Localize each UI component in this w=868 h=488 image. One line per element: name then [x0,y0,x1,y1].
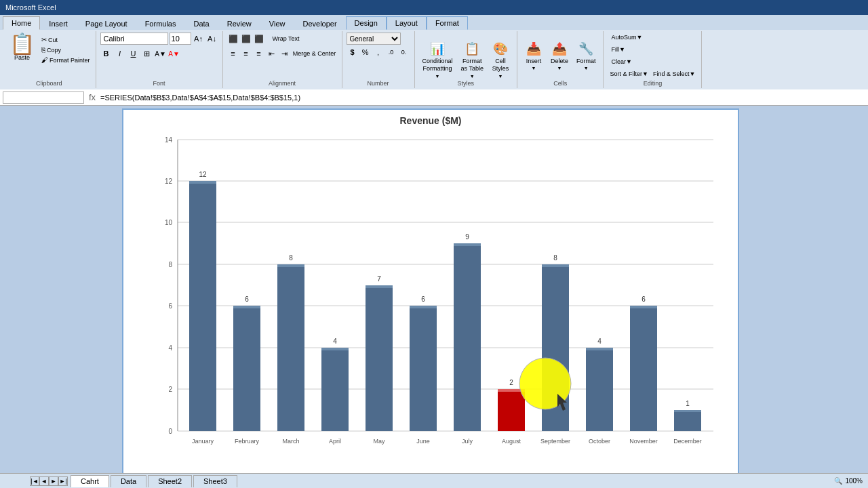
svg-text:July: July [462,438,473,445]
format-button[interactable]: 🔧 Format ▼ [573,38,599,81]
align-right-button[interactable]: ≡ [253,47,265,60]
tab-home[interactable]: Home [3,16,40,30]
sheet-tab-data[interactable]: Data [111,475,146,487]
svg-text:12: 12 [165,178,173,185]
sheet-tab-sheet2[interactable]: Sheet2 [148,475,192,487]
tab-format[interactable]: Format [427,16,468,30]
clear-button[interactable]: Clear▼ [608,57,635,66]
name-box[interactable] [3,92,84,104]
chart-svg: 0 2 4 6 8 10 12 14 12 6 8 [144,126,727,458]
cells-label: Cells [553,80,567,87]
alignment-label: Alignment [269,80,296,87]
increase-decimal-button[interactable]: 0. [398,46,410,58]
align-center-button[interactable]: ≡ [240,47,252,60]
decrease-font-button[interactable]: A↓ [206,33,218,45]
svg-text:8: 8 [168,261,172,268]
tab-layout[interactable]: Layout [387,16,427,30]
tab-view[interactable]: View [260,16,294,30]
format-as-table-label: Formatas Table [461,58,484,73]
italic-button[interactable]: I [114,47,126,60]
bar-november[interactable] [630,306,657,431]
align-bottom-button[interactable]: ⬛ [253,33,265,45]
insert-button[interactable]: 📥 Insert ▼ [521,38,546,81]
autosum-label: AutoSum [611,34,636,41]
decrease-decimal-button[interactable]: .0 [385,46,397,58]
chart-title: Revenue ($M) [123,110,738,126]
bar-march[interactable] [277,264,304,431]
sheet-tab-cahrt[interactable]: Cahrt [71,475,109,487]
format-painter-button[interactable]: 🖌 Format Painter [40,56,92,64]
tab-data[interactable]: Data [184,16,218,30]
font-color-button[interactable]: A▼ [168,47,180,60]
styles-controls: 📊 ConditionalFormatting ▼ 📋 Formatas Tab… [419,33,513,87]
formula-input[interactable] [100,92,865,104]
delete-button[interactable]: 📤 Delete ▼ [547,38,572,81]
font-name-input[interactable] [100,33,168,45]
svg-text:10: 10 [165,219,173,226]
tab-page-layout[interactable]: Page Layout [77,16,136,30]
indent-increase-button[interactable]: ⇥ [279,47,291,60]
tab-formulas[interactable]: Formulas [136,16,185,30]
number-format-row: $ % , .0 0. [347,46,410,58]
sheet-first-button[interactable]: |◄ [30,476,39,486]
bar-june[interactable] [410,306,437,431]
cell-styles-arrow: ▼ [498,74,502,79]
sort-filter-button[interactable]: Sort & Filter▼ [608,69,650,79]
bar-october[interactable] [586,348,613,431]
zoom-value: 100% [845,477,863,485]
format-as-table-button[interactable]: 📋 Formatas Table ▼ [458,38,487,81]
number-format-select[interactable]: General [347,33,401,45]
align-middle-button[interactable]: ⬛ [240,33,252,45]
tab-review[interactable]: Review [218,16,260,30]
svg-rect-23 [321,348,349,350]
underline-button[interactable]: U [127,47,140,60]
fill-button[interactable]: Fill▼ [608,45,628,54]
bar-december[interactable] [674,410,701,431]
fill-color-button[interactable]: A▼ [155,47,167,60]
chart-container[interactable]: Revenue ($M) 0 2 4 6 8 [122,108,739,481]
cell-styles-button[interactable]: 🎨 CellStyles ▼ [488,38,513,81]
increase-font-button[interactable]: A↑ [193,33,205,45]
bar-february[interactable] [233,306,260,431]
tab-design[interactable]: Design [346,16,387,30]
align-top-button[interactable]: ⬛ [227,33,239,45]
wrap-text-button[interactable]: Wrap Text [266,33,307,45]
cut-button[interactable]: ✂ Cut [40,35,92,44]
sheet-tab-sheet3[interactable]: Sheet3 [193,475,237,487]
bar-april[interactable] [321,348,349,431]
svg-text:6: 6 [168,302,172,310]
sheet-next-button[interactable]: ► [49,476,58,486]
percent-button[interactable]: % [359,46,372,58]
bar-january[interactable] [189,181,216,431]
svg-text:1: 1 [686,400,690,407]
clipboard-actions: ✂ Cut ⎘ Copy 🖌 Format Painter [40,33,92,64]
merge-center-button[interactable]: Merge & Center [292,47,338,60]
copy-button[interactable]: ⎘ Copy [40,45,92,54]
bar-may[interactable] [366,285,393,431]
tab-insert[interactable]: Insert [40,16,77,30]
svg-text:4: 4 [597,338,601,345]
find-select-button[interactable]: Find & Select▼ [651,69,697,79]
bar-august[interactable] [498,389,525,431]
tab-developer[interactable]: Developer [294,16,345,30]
comma-button[interactable]: , [372,46,384,58]
delete-label: Delete [551,58,568,64]
sheet-prev-button[interactable]: ◄ [39,476,49,486]
paste-button[interactable]: 📋 Paste [7,33,37,62]
borders-button[interactable]: ⊞ [141,47,153,60]
autosum-button[interactable]: AutoSum▼ [608,33,646,42]
format-as-table-arrow: ▼ [470,74,475,79]
copy-icon: ⎘ [41,46,45,54]
bar-july[interactable] [454,243,481,431]
alignment-group: ⬛ ⬛ ⬛ Wrap Text ≡ ≡ ≡ ⇤ ⇥ Merge & Center… [223,31,342,88]
conditional-formatting-button[interactable]: 📊 ConditionalFormatting ▼ [419,38,456,81]
currency-button[interactable]: $ [347,46,359,58]
bold-button[interactable]: B [100,47,113,60]
font-size-input[interactable] [170,33,191,45]
align-left-button[interactable]: ≡ [227,47,239,60]
sheet-last-button[interactable]: ►| [58,476,68,486]
format-label: Format [576,58,596,64]
indent-decrease-button[interactable]: ⇤ [266,47,278,60]
font-group: A↑ A↓ B I U ⊞ A▼ A▼ Font [96,31,223,88]
alignment-controls: ⬛ ⬛ ⬛ Wrap Text ≡ ≡ ≡ ⇤ ⇥ Merge & Center [227,33,338,87]
